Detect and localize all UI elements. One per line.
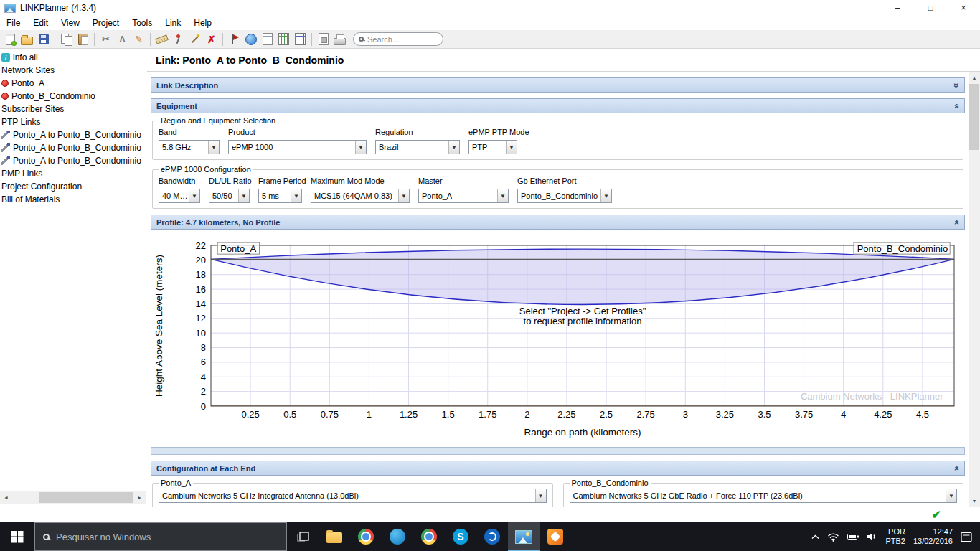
open-project-icon[interactable] xyxy=(19,32,34,47)
delete-icon[interactable] xyxy=(204,32,219,47)
menu-tools[interactable]: Tools xyxy=(126,16,159,30)
end-b-antenna-select[interactable]: Cambium Networks 5 GHz GbE Radio + Force… xyxy=(570,489,958,503)
tree-horizontal-scrollbar[interactable]: ◄ ► xyxy=(0,491,146,504)
gb-ethernet-port-select[interactable]: Ponto_B_Condominio ▼ xyxy=(517,189,612,203)
close-button[interactable]: × xyxy=(947,0,980,16)
scroll-right-icon[interactable]: ► xyxy=(133,491,146,504)
menu-help[interactable]: Help xyxy=(187,16,218,30)
product-select[interactable]: ePMP 1000 ▼ xyxy=(228,140,367,154)
taskbar-search[interactable] xyxy=(34,522,287,551)
taskbar-apps xyxy=(319,522,571,551)
copy-icon[interactable] xyxy=(59,32,74,47)
battery-icon[interactable] xyxy=(847,532,859,541)
max-mod-mode-select[interactable]: MCS15 (64QAM 0.83) ▼ xyxy=(311,189,410,203)
vertical-scrollbar[interactable]: ▲ ▼ xyxy=(969,72,980,507)
wand-icon[interactable] xyxy=(187,32,202,47)
scroll-down-icon[interactable]: ▼ xyxy=(969,495,980,507)
volume-icon[interactable] xyxy=(867,532,877,541)
pencil-icon[interactable] xyxy=(131,32,146,47)
search-input[interactable] xyxy=(367,35,438,44)
table-icon[interactable] xyxy=(293,32,308,47)
taskbar-app-photo-editor[interactable] xyxy=(540,522,571,551)
print-icon[interactable] xyxy=(332,32,347,47)
task-view-button[interactable] xyxy=(287,522,319,551)
pin-icon[interactable] xyxy=(171,32,186,47)
end-a-antenna-select[interactable]: Cambium Networks 5 GHz Integrated Antenn… xyxy=(159,489,547,503)
taskbar-search-input[interactable] xyxy=(56,532,278,542)
expand-chevron-icon[interactable]: » xyxy=(953,83,961,88)
ptp-mode-select[interactable]: PTP ▼ xyxy=(468,140,517,154)
report-icon[interactable] xyxy=(260,32,275,47)
scroll-left-icon[interactable]: ◄ xyxy=(0,491,12,504)
sidebar-item-ponto-a[interactable]: Ponto_A xyxy=(0,77,146,90)
collapse-chevron-icon[interactable]: » xyxy=(953,103,961,108)
menu-file[interactable]: File xyxy=(0,16,27,30)
taskbar-app-linkplanner[interactable] xyxy=(508,522,540,551)
dropdown-arrow-icon: ▼ xyxy=(398,189,409,202)
collapse-chevron-icon[interactable]: » xyxy=(953,466,961,471)
sidebar-item-ptp-link-2[interactable]: Ponto_A to Ponto_B_Condominio xyxy=(0,141,146,154)
section-link-description[interactable]: Link Description » xyxy=(151,77,965,93)
paste-icon[interactable] xyxy=(75,32,90,47)
hidden-icons-chevron-icon[interactable] xyxy=(811,534,819,540)
sidebar-item-pmp-links[interactable]: PMP Links xyxy=(0,167,146,180)
action-center-icon[interactable] xyxy=(961,532,973,542)
start-button[interactable] xyxy=(0,522,34,551)
section-equipment[interactable]: Equipment » xyxy=(151,98,965,113)
spreadsheet-icon[interactable] xyxy=(276,32,291,47)
flag-icon[interactable] xyxy=(227,32,242,47)
clock[interactable]: 12:47 13/02/2016 xyxy=(913,527,953,546)
ruler-icon[interactable] xyxy=(154,32,169,47)
wifi-icon[interactable] xyxy=(827,532,839,542)
svg-text:2.75: 2.75 xyxy=(637,409,655,420)
taskbar-app-messaging-app[interactable] xyxy=(476,522,508,551)
toolbar-search[interactable] xyxy=(353,32,443,46)
master-select[interactable]: Ponto_A ▼ xyxy=(418,189,509,203)
taskbar: POR PTB2 12:47 13/02/2016 xyxy=(0,522,980,551)
cut-icon[interactable] xyxy=(98,32,113,47)
search-icon xyxy=(359,37,364,42)
preview-icon[interactable] xyxy=(316,32,331,47)
svg-text:10: 10 xyxy=(196,328,206,339)
menu-link[interactable]: Link xyxy=(159,16,187,30)
language-indicator[interactable]: POR PTB2 xyxy=(885,527,905,546)
compass-icon[interactable] xyxy=(115,32,130,47)
menu-project[interactable]: Project xyxy=(86,16,126,30)
sidebar-item-bill-of-materials[interactable]: Bill of Materials xyxy=(0,193,146,206)
minimize-button[interactable]: – xyxy=(881,0,914,16)
sidebar-item-project-configuration[interactable]: Project Configuration xyxy=(0,180,146,193)
save-project-icon[interactable] xyxy=(36,32,51,47)
sidebar-item-ponto-b[interactable]: Ponto_B_Condominio xyxy=(0,90,146,103)
sidebar-item-subscriber-sites[interactable]: Subscriber Sites xyxy=(0,103,146,116)
regulation-select[interactable]: Brazil ▼ xyxy=(375,140,460,154)
scrollbar-thumb[interactable] xyxy=(969,84,979,150)
maximize-button[interactable]: □ xyxy=(914,0,947,16)
globe-icon[interactable] xyxy=(243,32,258,47)
taskbar-app-browser-2[interactable] xyxy=(382,522,413,551)
file-explorer-icon xyxy=(326,532,342,543)
frame-period-select[interactable]: 5 ms ▼ xyxy=(258,189,302,203)
menu-view[interactable]: View xyxy=(55,16,86,30)
section-profile[interactable]: Profile: 4.7 kilometers, No Profile » xyxy=(151,215,965,230)
taskbar-app-browser-3[interactable] xyxy=(413,522,445,551)
end-a-title: Ponto_A xyxy=(159,479,193,487)
section-configuration-at-each-end[interactable]: Configuration at Each End » xyxy=(151,461,965,476)
sidebar-item-info-all[interactable]: info all xyxy=(0,51,146,64)
scrollbar-thumb[interactable] xyxy=(39,492,133,503)
dlul-ratio-select[interactable]: 50/50 ▼ xyxy=(209,189,250,203)
band-select[interactable]: 5.8 GHz ▼ xyxy=(159,140,220,154)
menu-edit[interactable]: Edit xyxy=(27,16,55,30)
taskbar-app-browser-1[interactable] xyxy=(350,522,382,551)
taskbar-app-skype[interactable] xyxy=(445,522,476,551)
dropdown-arrow-icon: ▼ xyxy=(208,141,219,154)
new-project-icon[interactable] xyxy=(3,32,18,47)
sidebar-item-ptp-link-1[interactable]: Ponto_A to Ponto_B_Condominio xyxy=(0,128,146,141)
photo-editor-icon xyxy=(547,529,563,545)
scroll-up-icon[interactable]: ▲ xyxy=(969,72,980,83)
bandwidth-select[interactable]: 40 MHz ▼ xyxy=(159,189,200,203)
collapse-chevron-icon[interactable]: » xyxy=(953,220,961,225)
taskbar-app-file-explorer[interactable] xyxy=(319,522,350,551)
sidebar-item-network-sites[interactable]: Network Sites xyxy=(0,64,146,77)
sidebar-item-ptp-links[interactable]: PTP Links xyxy=(0,116,146,128)
sidebar-item-ptp-link-3[interactable]: Ponto_A to Ponto_B_Condominio xyxy=(0,154,146,167)
